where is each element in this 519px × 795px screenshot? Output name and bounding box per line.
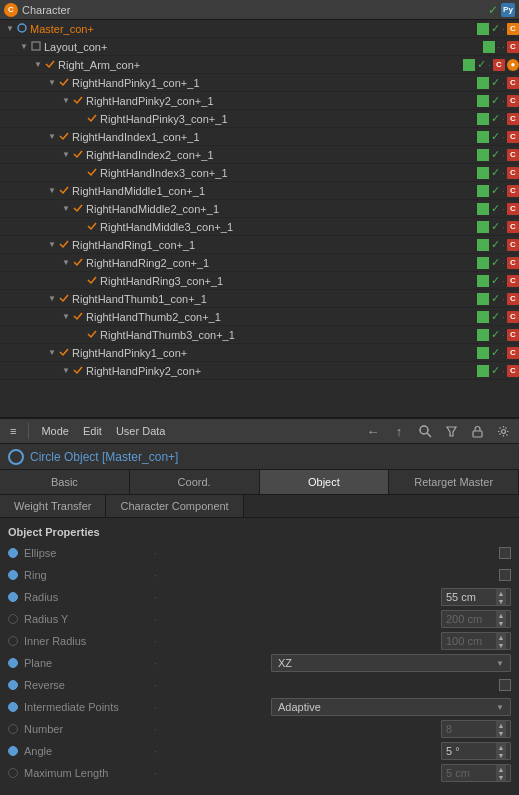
tree-row[interactable]: ▼ Right_Arm_con+ ✓ · C ● [0, 56, 519, 74]
tree-expander[interactable]: ▼ [48, 132, 58, 141]
tree-row[interactable]: RightHandThumb3_con+_1 ✓ · C [0, 326, 519, 344]
prop-dropdown-intermediate_points[interactable]: Adaptive ▼ [271, 698, 511, 716]
settings-btn[interactable] [493, 421, 513, 441]
spinner-down[interactable]: ▼ [496, 619, 506, 627]
tree-expander[interactable]: ▼ [62, 204, 72, 213]
sub-tab-weight-transfer[interactable]: Weight Transfer [0, 495, 106, 517]
green-square[interactable] [477, 365, 489, 377]
user-data-menu[interactable]: User Data [112, 423, 170, 439]
tree-row[interactable]: ▼ RightHandRing2_con+_1 ✓ · C [0, 254, 519, 272]
tree-row[interactable]: ▼ RightHandMiddle2_con+_1 ✓ · C [0, 200, 519, 218]
green-square[interactable] [477, 275, 489, 287]
tree-row[interactable]: ▼ RightHandThumb1_con+_1 ✓ · C [0, 290, 519, 308]
tree-expander[interactable]: ▼ [62, 150, 72, 159]
green-square[interactable] [477, 23, 489, 35]
green-square[interactable] [477, 149, 489, 161]
prop-dot-number[interactable] [8, 724, 18, 734]
tree-row[interactable]: ▼ RightHandIndex2_con+_1 ✓ · C [0, 146, 519, 164]
arrow-left-btn[interactable]: ← [363, 421, 383, 441]
tree-expander[interactable]: ▼ [48, 348, 58, 357]
sub-tab-character-component[interactable]: Character Component [106, 495, 243, 517]
green-square[interactable] [477, 239, 489, 251]
green-square[interactable] [477, 185, 489, 197]
tree-expander[interactable]: ▼ [48, 240, 58, 249]
hamburger-menu[interactable]: ≡ [6, 423, 20, 439]
filter-btn[interactable] [441, 421, 461, 441]
prop-checkbox-ellipse[interactable] [499, 547, 511, 559]
prop-dot-reverse[interactable] [8, 680, 18, 690]
prop-dropdown-plane[interactable]: XZ ▼ [271, 654, 511, 672]
spinner-down[interactable]: ▼ [496, 773, 506, 781]
tree-expander[interactable]: ▼ [48, 78, 58, 87]
prop-dot-intermediate_points[interactable] [8, 702, 18, 712]
green-square[interactable] [477, 257, 489, 269]
tree-expander[interactable]: ▼ [62, 96, 72, 105]
green-square[interactable] [477, 131, 489, 143]
tab-coord.[interactable]: Coord. [130, 470, 260, 494]
green-square[interactable] [477, 113, 489, 125]
tree-row[interactable]: RightHandIndex3_con+_1 ✓ · C [0, 164, 519, 182]
spinner-up[interactable]: ▲ [496, 611, 506, 619]
prop-spinner-radius_y[interactable]: ▲ ▼ [496, 611, 506, 627]
arrow-up-btn[interactable]: ↑ [389, 421, 409, 441]
tab-retarget-master[interactable]: Retarget Master [389, 470, 519, 494]
tree-expander[interactable]: ▼ [48, 294, 58, 303]
spinner-down[interactable]: ▼ [496, 729, 506, 737]
tab-object[interactable]: Object [260, 470, 390, 494]
tree-row[interactable]: ▼ RightHandPinky2_con+ ✓ · C [0, 362, 519, 380]
green-square[interactable] [477, 77, 489, 89]
prop-spinner-inner_radius[interactable]: ▲ ▼ [496, 633, 506, 649]
tree-expander[interactable]: ▼ [62, 258, 72, 267]
spinner-down[interactable]: ▼ [496, 641, 506, 649]
prop-spinner-angle[interactable]: ▲ ▼ [496, 743, 506, 759]
tree-row[interactable]: ▼ RightHandRing1_con+_1 ✓ · C [0, 236, 519, 254]
tree-row[interactable]: ▼ RightHandIndex1_con+_1 ✓ · C [0, 128, 519, 146]
green-square[interactable] [477, 203, 489, 215]
spinner-up[interactable]: ▲ [496, 743, 506, 751]
spinner-up[interactable]: ▲ [496, 589, 506, 597]
tree-expander[interactable]: ▼ [62, 366, 72, 375]
prop-dot-ellipse[interactable] [8, 548, 18, 558]
green-square[interactable] [477, 167, 489, 179]
tree-row[interactable]: RightHandPinky3_con+_1 ✓ · C [0, 110, 519, 128]
tree-row[interactable]: ▼ Master_con+ ✓ · C [0, 20, 519, 38]
tree-row[interactable]: ▼ RightHandPinky2_con+_1 ✓ · C [0, 92, 519, 110]
spinner-up[interactable]: ▲ [496, 633, 506, 641]
green-square[interactable] [463, 59, 475, 71]
green-square[interactable] [477, 329, 489, 341]
mode-menu[interactable]: Mode [37, 423, 73, 439]
prop-dot-angle[interactable] [8, 746, 18, 756]
tree-row[interactable]: ▼ RightHandPinky1_con+_1 ✓ · C [0, 74, 519, 92]
tab-basic[interactable]: Basic [0, 470, 130, 494]
prop-spinner-radius[interactable]: ▲ ▼ [496, 589, 506, 605]
prop-dot-inner_radius[interactable] [8, 636, 18, 646]
green-square[interactable] [477, 347, 489, 359]
prop-spinner-maximum_length[interactable]: ▲ ▼ [496, 765, 506, 781]
prop-spinner-number[interactable]: ▲ ▼ [496, 721, 506, 737]
tree-row[interactable]: RightHandRing3_con+_1 ✓ · C [0, 272, 519, 290]
green-square[interactable] [477, 293, 489, 305]
tree-row[interactable]: ▼ Layout_con+ · · C [0, 38, 519, 56]
python-icon[interactable]: Py [501, 3, 515, 17]
prop-dot-maximum_length[interactable] [8, 768, 18, 778]
search-btn[interactable] [415, 421, 435, 441]
edit-menu[interactable]: Edit [79, 423, 106, 439]
tree-row[interactable]: ▼ RightHandThumb2_con+_1 ✓ · C [0, 308, 519, 326]
lock-btn[interactable] [467, 421, 487, 441]
tree-expander[interactable]: ▼ [62, 312, 72, 321]
green-square[interactable] [477, 95, 489, 107]
tree-expander[interactable]: ▼ [48, 186, 58, 195]
tree-row[interactable]: RightHandMiddle3_con+_1 ✓ · C [0, 218, 519, 236]
tree-expander[interactable]: ▼ [6, 24, 16, 33]
green-square[interactable] [477, 311, 489, 323]
spinner-up[interactable]: ▲ [496, 765, 506, 773]
green-square[interactable] [483, 41, 495, 53]
tree-row[interactable]: ▼ RightHandPinky1_con+ ✓ · C [0, 344, 519, 362]
spinner-down[interactable]: ▼ [496, 751, 506, 759]
tree-expander[interactable]: ▼ [34, 60, 44, 69]
tree-row[interactable]: ▼ RightHandMiddle1_con+_1 ✓ · C [0, 182, 519, 200]
prop-dot-radius[interactable] [8, 592, 18, 602]
spinner-down[interactable]: ▼ [496, 597, 506, 605]
prop-dot-plane[interactable] [8, 658, 18, 668]
tree-expander[interactable]: ▼ [20, 42, 30, 51]
